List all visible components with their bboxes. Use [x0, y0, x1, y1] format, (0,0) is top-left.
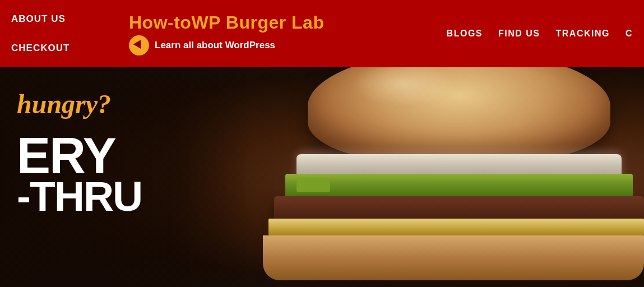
- hero-main-line2: -THRU: [17, 175, 213, 217]
- brand-logo-row: Learn all about WordPress: [129, 35, 275, 55]
- burger-image: [240, 67, 644, 287]
- brand-title[interactable]: How-toWP Burger Lab: [129, 12, 324, 33]
- nav-item-more[interactable]: C: [620, 26, 638, 41]
- nav-item-about[interactable]: ABOUT US: [6, 11, 112, 27]
- brand-subtitle: Learn all about WordPress: [155, 40, 275, 51]
- pickle-layer: [285, 174, 633, 199]
- nav-item-tracking[interactable]: TRACKING: [550, 26, 615, 41]
- logo-icon: [129, 35, 149, 55]
- navbar: ABOUT US CHECKOUT How-toWP Burger Lab Le…: [0, 0, 644, 67]
- cheese-layer: [268, 219, 644, 235]
- nav-item-checkout[interactable]: CHECKOUT: [6, 40, 112, 56]
- bun-bottom: [263, 235, 644, 280]
- nav-item-blogs[interactable]: BLOGS: [441, 26, 488, 41]
- hero-section: hungry? ERY -THRU: [0, 67, 644, 287]
- hero-tagline: hungry?: [17, 90, 213, 119]
- nav-center: How-toWP Burger Lab Learn all about Word…: [112, 0, 441, 67]
- nav-left: ABOUT US CHECKOUT: [0, 0, 112, 67]
- nav-right: BLOGS FIND US TRACKING C: [441, 0, 644, 67]
- hero-text: hungry? ERY -THRU: [0, 78, 224, 229]
- bun-top: [308, 67, 610, 163]
- nav-item-find-us[interactable]: FIND US: [493, 26, 546, 41]
